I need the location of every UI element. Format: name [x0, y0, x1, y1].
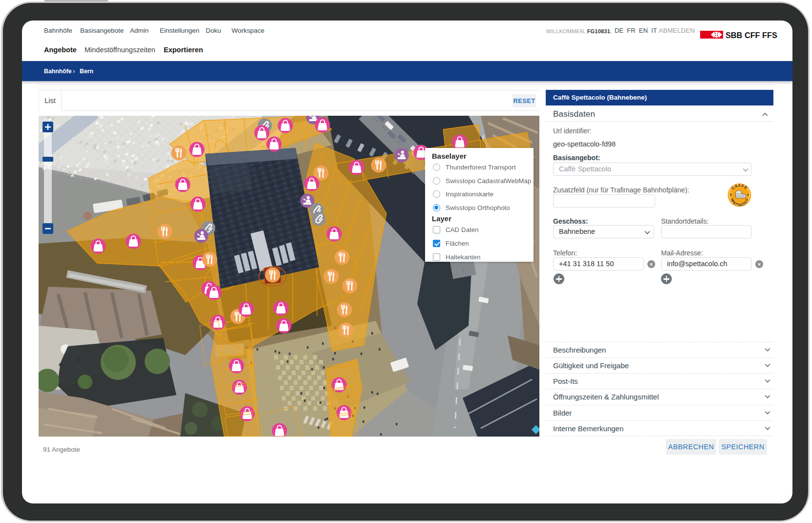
svg-text:SBB CFF FFS: SBB CFF FFS — [726, 31, 777, 40]
